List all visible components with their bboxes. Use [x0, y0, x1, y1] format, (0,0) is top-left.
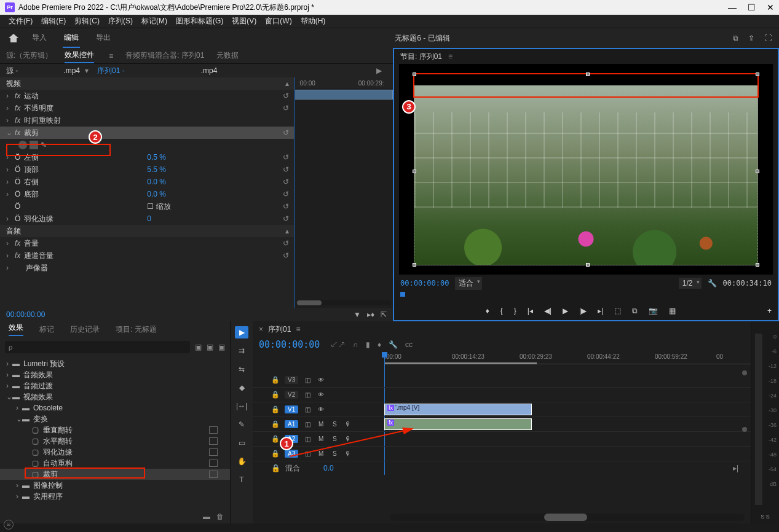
effects-tree-item[interactable]: ›▬Lumetri 预设: [0, 358, 230, 369]
keyframe-nav-icon[interactable]: ▸♦: [367, 310, 374, 319]
lock-icon[interactable]: 🔒: [271, 420, 280, 428]
video-clip[interactable]: fx'.mp4 [V]: [384, 404, 532, 415]
tab-import[interactable]: 导入: [31, 29, 48, 48]
video-section[interactable]: 视频 ▴: [0, 77, 294, 90]
zoom-fit-select[interactable]: 适合: [455, 277, 482, 290]
track-v3[interactable]: 🔒V3◫👁: [253, 373, 751, 388]
audio-section[interactable]: 音频▴: [0, 225, 294, 237]
tab-history[interactable]: 历史记录: [70, 324, 100, 335]
new-bin-icon[interactable]: ▬: [203, 512, 210, 521]
export-icon[interactable]: ⇱: [381, 310, 387, 319]
program-monitor[interactable]: 3: [399, 64, 773, 275]
settings-wrench-icon[interactable]: 🔧: [389, 340, 398, 349]
opacity-effect[interactable]: ›fx不透明度↺: [0, 102, 294, 114]
slip-tool-icon[interactable]: |↔|: [235, 400, 248, 412]
menu-sequence[interactable]: 序列(S): [105, 15, 136, 28]
menu-marker[interactable]: 标记(M): [138, 15, 171, 28]
tab-audio-mixer[interactable]: 音频剪辑混合器: 序列01: [125, 49, 204, 63]
settings-icon[interactable]: 🔧: [708, 279, 717, 288]
sequence-tab[interactable]: 序列01: [268, 324, 291, 335]
effects-search-input[interactable]: ρ: [5, 341, 190, 353]
tab-metadata[interactable]: 元数据: [216, 49, 239, 63]
crop-zoom[interactable]: Ö☐ 缩放↺: [0, 200, 294, 213]
export-frame-icon[interactable]: 📷: [649, 307, 658, 315]
track-settings-icon[interactable]: [742, 427, 747, 432]
ripple-tool-icon[interactable]: ⇆: [235, 363, 248, 375]
effects-tree-item[interactable]: ⌄▬变换: [0, 413, 230, 424]
close-seq-icon[interactable]: ×: [259, 325, 263, 334]
home-icon[interactable]: [7, 33, 20, 44]
program-scrub-bar[interactable]: [400, 292, 772, 302]
minimize-button[interactable]: —: [728, 2, 737, 12]
effects-tree-item[interactable]: ▢垂直翻转: [0, 424, 230, 436]
program-tab[interactable]: 节目: 序列01: [400, 52, 442, 62]
tab-markers[interactable]: 标记: [39, 324, 54, 335]
reset-icon[interactable]: ↺: [283, 104, 289, 112]
linked-sel-icon[interactable]: ∩: [353, 340, 358, 349]
menu-view[interactable]: 视图(V): [228, 15, 260, 28]
scrollbar-thumb[interactable]: [297, 300, 322, 305]
panel-menu-icon[interactable]: ≡: [448, 52, 453, 61]
lock-icon[interactable]: 🔒: [271, 391, 280, 399]
fx-badge-accel-icon[interactable]: ▣: [218, 343, 225, 351]
timeline-h-scrollbar[interactable]: [390, 514, 745, 521]
add-marker-icon[interactable]: ♦: [486, 307, 489, 315]
panel-menu-icon[interactable]: ≡: [296, 325, 300, 334]
caption-icon[interactable]: cc: [405, 340, 413, 349]
menu-help[interactable]: 帮助(H): [297, 15, 330, 28]
ec-timecode[interactable]: 00:00:00:00: [6, 310, 45, 319]
effects-tree-item[interactable]: ›▬音频过渡: [0, 380, 230, 391]
add-marker-icon[interactable]: ♦: [378, 340, 381, 349]
creative-cloud-icon[interactable]: ∞: [4, 520, 14, 530]
menu-edit[interactable]: 编辑(E): [38, 15, 69, 28]
compare-icon[interactable]: ▦: [669, 307, 676, 315]
lock-icon[interactable]: 🔒: [271, 405, 280, 413]
effects-tree-item[interactable]: ›▬图像控制: [0, 480, 230, 491]
play-icon[interactable]: ▶: [376, 66, 382, 75]
toggle-output-icon[interactable]: ◫: [303, 421, 312, 428]
channel-volume-effect[interactable]: ›fx通道音量↺: [0, 249, 294, 262]
track-a2[interactable]: 🔒A2◫MS🎙: [253, 432, 751, 447]
tab-effect-controls[interactable]: 效果控件: [65, 48, 94, 63]
close-button[interactable]: ✕: [767, 2, 774, 12]
eye-icon[interactable]: 👁: [317, 377, 325, 383]
effect-keyframe-timeline[interactable]: :00:0000:00:29:: [294, 77, 393, 308]
delete-icon[interactable]: 🗑: [216, 512, 224, 521]
timeline-timecode[interactable]: 00:00:00:00: [259, 339, 320, 350]
menu-clip[interactable]: 剪辑(C): [71, 15, 103, 28]
tab-export[interactable]: 导出: [95, 29, 112, 48]
motion-effect[interactable]: ›fx运动↺: [0, 90, 294, 102]
toggle-output-icon[interactable]: ◫: [303, 406, 312, 413]
track-a3[interactable]: 🔒A3◫MS🎙: [253, 447, 751, 461]
eye-icon[interactable]: 👁: [317, 406, 325, 413]
menu-file[interactable]: 文件(F): [5, 15, 36, 28]
filter-icon[interactable]: ▼: [354, 310, 361, 319]
crop-bottom[interactable]: ›Ö底部0.0 %↺: [0, 188, 294, 200]
panner-effect[interactable]: ›声像器: [0, 262, 294, 274]
track-a1[interactable]: 🔒A1◫MS🎙fx: [253, 417, 751, 432]
collapse-icon[interactable]: ▴: [285, 79, 289, 88]
effects-tree-item[interactable]: ›▬Obsolete: [0, 402, 230, 413]
fullscreen-icon[interactable]: ⛶: [764, 34, 772, 42]
toggle-output-icon[interactable]: ◫: [303, 450, 312, 457]
crop-effect[interactable]: ⌄fx裁剪↺: [0, 127, 294, 139]
volume-effect[interactable]: ›fx音量↺: [0, 237, 294, 249]
toggle-output-icon[interactable]: ◫: [303, 377, 312, 383]
resolution-select[interactable]: 1/2: [679, 278, 702, 289]
maximize-button[interactable]: ☐: [748, 2, 756, 12]
pen-tool-icon[interactable]: ✎: [235, 418, 248, 431]
crop-feather[interactable]: ›Ö羽化边缘0↺: [0, 213, 294, 225]
track-settings-icon[interactable]: [742, 370, 747, 375]
share-icon[interactable]: ⇪: [748, 34, 754, 42]
extract-icon[interactable]: ⧉: [632, 307, 638, 315]
step-back-icon[interactable]: ◀|: [544, 307, 552, 315]
marker-icon[interactable]: ▮: [366, 340, 370, 349]
audio-clip[interactable]: fx: [384, 418, 532, 430]
play-icon[interactable]: ▶: [563, 307, 568, 315]
menu-graphics[interactable]: 图形和标题(G): [172, 15, 227, 28]
lift-icon[interactable]: ⬚: [614, 307, 621, 315]
timeline-ruler[interactable]: :00:00 00:00:14:23 00:00:29:23 00:00:44:…: [384, 352, 751, 364]
track-select-tool-icon[interactable]: ⇉: [235, 345, 248, 357]
tab-source[interactable]: 源:（无剪辑）: [6, 49, 52, 63]
menu-window[interactable]: 窗口(W): [261, 15, 295, 28]
